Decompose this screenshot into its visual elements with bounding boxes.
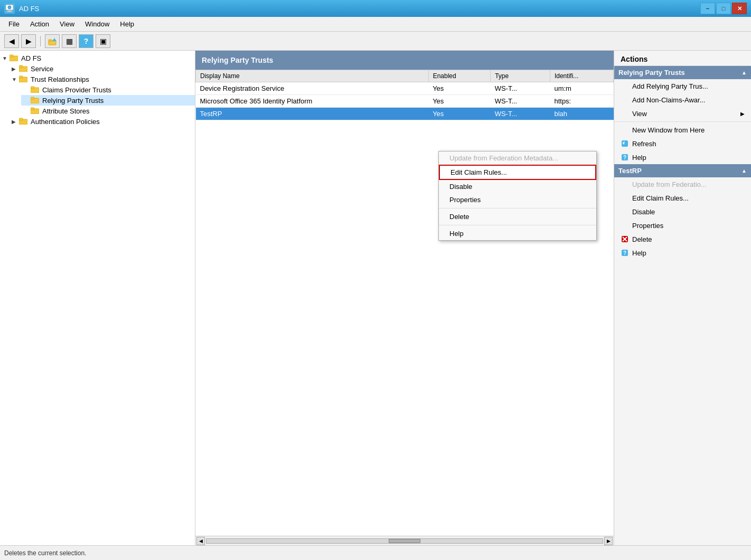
tree-label-trust: Trust Relationships: [31, 75, 89, 83]
add-non-claims-icon: [621, 96, 629, 104]
minimize-button[interactable]: −: [700, 3, 715, 14]
table-row[interactable]: Device Registration Service Yes WS-T... …: [196, 82, 614, 95]
ctx-item-properties[interactable]: Properties: [439, 193, 596, 206]
svg-text:?: ?: [623, 155, 626, 160]
scroll-thumb[interactable]: [389, 539, 420, 543]
help-toolbar-button[interactable]: ?: [79, 34, 93, 48]
tree-label-attribute: Attribute Stores: [42, 107, 90, 115]
help1-icon: ?: [621, 153, 629, 162]
main-content: ▼ AD FS ▶ Service: [0, 51, 751, 545]
folder-icon-auth: [19, 117, 29, 126]
menu-bar: File Action View Window Help: [0, 17, 751, 32]
view-button[interactable]: ▣: [96, 34, 110, 48]
action-delete[interactable]: Delete: [614, 232, 751, 246]
tree-item-claims-provider[interactable]: Claims Provider Trusts: [21, 84, 195, 95]
maximize-button[interactable]: □: [716, 3, 731, 14]
back-button[interactable]: ◀: [4, 34, 19, 48]
folder-icon-relying: [31, 96, 40, 105]
action-add-relying-party[interactable]: Add Relying Party Trus...: [614, 79, 751, 93]
cell-identifier: https:: [550, 95, 613, 108]
toolbar: ◀ ▶ ▦ ? ▣: [0, 32, 751, 51]
tree-item-attribute[interactable]: Attribute Stores: [21, 106, 195, 116]
table-scroll[interactable]: Display Name Enabled Type Identifi... De…: [195, 70, 614, 536]
scroll-left-button[interactable]: ◀: [196, 537, 205, 545]
tree-label-claims: Claims Provider Trusts: [42, 86, 111, 94]
action-label-new-window: New Window from Here: [632, 126, 705, 134]
menu-window[interactable]: Window: [81, 19, 114, 29]
cell-enabled: Yes: [428, 108, 491, 120]
ctx-item-edit-claim-rules[interactable]: Edit Claim Rules...: [439, 165, 596, 180]
ctx-item-disable[interactable]: Disable: [439, 180, 596, 193]
cell-type: WS-T...: [491, 108, 550, 120]
col-enabled[interactable]: Enabled: [428, 70, 491, 82]
cell-identifier: blah: [550, 108, 613, 120]
action-help1[interactable]: ? Help: [614, 150, 751, 164]
ctx-item-delete[interactable]: Delete: [439, 210, 596, 223]
folder-icon-service: [19, 64, 29, 73]
col-identifier[interactable]: Identifi...: [550, 70, 613, 82]
svg-rect-2: [6, 12, 13, 12]
tree-item-adfs[interactable]: ▼ AD FS: [0, 53, 195, 63]
svg-rect-16: [31, 97, 34, 99]
table-row[interactable]: Microsoft Office 365 Identity Platform Y…: [196, 95, 614, 108]
show-hide-button[interactable]: ▦: [62, 34, 77, 48]
center-panel: Relying Party Trusts Display Name Enable…: [195, 51, 614, 545]
tree-item-service[interactable]: ▶ Service: [10, 63, 195, 74]
tree-item-auth-policies[interactable]: ▶ Authentication Policies: [10, 116, 195, 127]
scroll-track[interactable]: [206, 538, 603, 544]
svg-rect-1: [7, 11, 12, 12]
action-new-window[interactable]: New Window from Here: [614, 123, 751, 137]
menu-help[interactable]: Help: [116, 19, 138, 29]
folder-icon-attribute: [31, 107, 40, 115]
action-add-non-claims[interactable]: Add Non-Claims-Awar...: [614, 93, 751, 107]
action-view[interactable]: View ▶: [614, 107, 751, 120]
edit-claim-icon: [621, 194, 629, 202]
folder-icon-claims: [31, 86, 40, 94]
action-help2[interactable]: ? Help: [614, 246, 751, 260]
action-refresh[interactable]: Refresh: [614, 137, 751, 150]
action-update-fed[interactable]: Update from Federatio...: [614, 177, 751, 191]
action-disable[interactable]: Disable: [614, 205, 751, 219]
action-label-edit-claim: Edit Claim Rules...: [632, 194, 689, 202]
svg-rect-20: [19, 118, 23, 120]
tree-item-trust[interactable]: ▼ Trust Relationships: [10, 74, 195, 84]
action-edit-claim[interactable]: Edit Claim Rules...: [614, 191, 751, 205]
section-header-testrp[interactable]: TestRP ▲: [614, 164, 751, 177]
action-label-delete: Delete: [632, 235, 652, 243]
cell-display-name: TestRP: [196, 108, 429, 120]
cell-display-name: Device Registration Service: [196, 82, 429, 95]
cell-type: WS-T...: [491, 82, 550, 95]
action-divider-1: [614, 121, 751, 122]
ctx-item-update-federation[interactable]: Update from Federation Metadata...: [439, 151, 596, 165]
section-header-relying-party[interactable]: Relying Party Trusts ▲: [614, 66, 751, 79]
title-bar: AD FS − □ ✕: [0, 0, 751, 17]
action-properties[interactable]: Properties: [614, 219, 751, 232]
table-row-selected[interactable]: TestRP Yes WS-T... blah: [196, 108, 614, 120]
panel-header: Relying Party Trusts: [195, 51, 614, 70]
col-type[interactable]: Type: [491, 70, 550, 82]
tree-item-relying-party[interactable]: Relying Party Trusts: [21, 95, 195, 106]
scroll-right-button[interactable]: ▶: [604, 537, 613, 545]
add-relying-icon: [621, 82, 629, 90]
folder-icon-adfs: [10, 54, 19, 62]
tree-arrow-trust: ▼: [12, 77, 19, 82]
menu-action[interactable]: Action: [26, 19, 53, 29]
svg-rect-14: [31, 87, 34, 89]
new-window-icon: [621, 126, 629, 134]
ctx-item-help[interactable]: Help: [439, 227, 596, 240]
svg-rect-18: [31, 108, 34, 110]
col-display-name[interactable]: Display Name: [196, 70, 429, 82]
actions-header: Actions: [614, 51, 751, 66]
window-title: AD FS: [19, 5, 39, 13]
view-icon: [621, 109, 629, 118]
close-button[interactable]: ✕: [732, 3, 747, 14]
section-arrow-relying: ▲: [741, 70, 747, 75]
forward-button[interactable]: ▶: [21, 34, 36, 48]
menu-view[interactable]: View: [55, 19, 79, 29]
horizontal-scrollbar[interactable]: ◀ ▶: [195, 536, 614, 545]
action-label-disable: Disable: [632, 208, 655, 216]
properties-icon: [621, 221, 629, 230]
menu-file[interactable]: File: [4, 19, 24, 29]
up-button[interactable]: [45, 34, 60, 48]
folder-icon-trust: [19, 75, 29, 83]
